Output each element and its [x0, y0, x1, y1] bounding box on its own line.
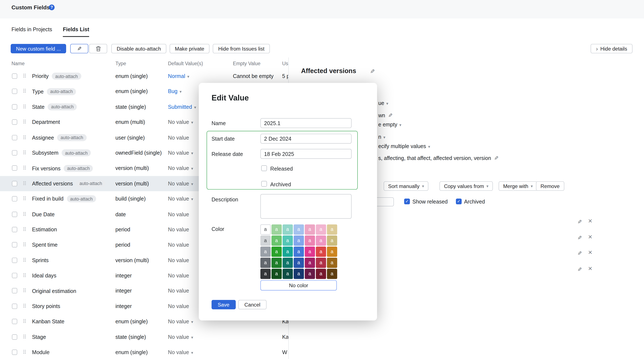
row-checkbox[interactable]	[12, 89, 17, 94]
row-checkbox[interactable]	[12, 273, 17, 278]
color-swatch[interactable]: a	[272, 224, 282, 234]
edit-value-pencil-icon[interactable]: ✎	[578, 235, 582, 241]
color-swatch[interactable]: a	[272, 247, 282, 257]
disable-auto-attach-button[interactable]: Disable auto-attach	[111, 44, 166, 53]
default-value-dropdown[interactable]: No value	[168, 299, 189, 314]
row-checkbox[interactable]	[12, 227, 17, 232]
archived-checkbox[interactable]: ✓	[456, 199, 462, 204]
row-checkbox[interactable]	[12, 258, 17, 263]
help-icon[interactable]: ?	[49, 4, 54, 10]
default-value-dropdown[interactable]: No value▾	[168, 114, 193, 130]
color-swatch[interactable]: a	[260, 224, 270, 234]
color-swatch[interactable]: a	[260, 236, 270, 246]
edit-value-pencil-icon[interactable]: ✎	[578, 250, 582, 256]
panel-action-remove[interactable]: Remove	[536, 181, 564, 191]
description-textarea[interactable]	[260, 194, 352, 219]
drag-handle-icon[interactable]: ⠿	[22, 191, 26, 206]
table-row[interactable]: ⠿ Module enum (single) No value▾ W	[0, 345, 312, 359]
default-value-dropdown[interactable]: No value▾	[168, 329, 193, 345]
color-swatch[interactable]: a	[260, 269, 270, 279]
drag-handle-icon[interactable]: ⠿	[22, 84, 26, 99]
drag-handle-icon[interactable]: ⠿	[22, 114, 26, 130]
color-swatch[interactable]: a	[316, 224, 326, 234]
default-value-dropdown[interactable]: No value	[168, 268, 189, 283]
row-checkbox[interactable]	[12, 196, 17, 201]
drag-handle-icon[interactable]: ⠿	[22, 69, 26, 84]
color-swatch[interactable]: a	[327, 269, 337, 279]
color-swatch[interactable]: a	[305, 247, 315, 257]
no-color-button[interactable]: No color	[260, 280, 337, 290]
panel-action-sort-manually[interactable]: Sort manually▾	[384, 181, 429, 191]
tab-fields-in-projects[interactable]: Fields in Projects	[12, 26, 52, 37]
default-value-dropdown[interactable]: No value	[168, 206, 189, 222]
color-swatch[interactable]: a	[327, 224, 337, 234]
color-swatch[interactable]: a	[272, 236, 282, 246]
color-swatch[interactable]: a	[294, 247, 304, 257]
color-swatch[interactable]: a	[327, 258, 337, 268]
color-swatch[interactable]: a	[282, 258, 292, 268]
color-swatch[interactable]: a	[305, 269, 315, 279]
color-swatch[interactable]: a	[327, 236, 337, 246]
drag-handle-icon[interactable]: ⠿	[22, 253, 26, 268]
color-swatch[interactable]: a	[260, 258, 270, 268]
color-swatch[interactable]: a	[282, 269, 292, 279]
drag-handle-icon[interactable]: ⠿	[22, 145, 26, 161]
table-row[interactable]: ⠿ Stage state (single) No value▾ Ka	[0, 329, 312, 345]
default-value-dropdown[interactable]: No value	[168, 253, 189, 268]
panel-action-copy-values-from[interactable]: Copy values from▾	[440, 181, 493, 191]
edit-value-pencil-icon[interactable]: ✎	[578, 266, 582, 272]
delete-field-button[interactable]	[89, 44, 107, 53]
drag-handle-icon[interactable]: ⠿	[22, 176, 26, 191]
default-value-dropdown[interactable]: No value▾	[168, 161, 193, 176]
drag-handle-icon[interactable]: ⠿	[22, 299, 26, 314]
released-checkbox[interactable]	[261, 165, 267, 171]
color-swatch[interactable]: a	[327, 247, 337, 257]
drag-handle-icon[interactable]: ⠿	[22, 314, 26, 329]
save-button[interactable]: Save	[212, 300, 236, 309]
drag-handle-icon[interactable]: ⠿	[22, 329, 26, 345]
color-swatch[interactable]: a	[272, 269, 282, 279]
default-value-dropdown[interactable]: Submitted▾	[168, 99, 196, 115]
color-swatch[interactable]: a	[316, 269, 326, 279]
remove-value-close-icon[interactable]: ×	[588, 266, 592, 272]
drag-handle-icon[interactable]: ⠿	[22, 345, 26, 359]
pencil-icon[interactable]: ✎	[494, 155, 498, 162]
default-value-dropdown[interactable]: No value	[168, 237, 189, 253]
default-value-dropdown[interactable]: No value▾	[168, 176, 193, 192]
hide-from-issues-button[interactable]: Hide from Issues list	[213, 44, 270, 53]
row-checkbox[interactable]	[12, 319, 17, 324]
default-value-dropdown[interactable]: No value▾	[168, 145, 193, 161]
edit-title-pencil-icon[interactable]: ✎	[370, 68, 375, 75]
cancel-button[interactable]: Cancel	[238, 300, 266, 309]
edit-value-pencil-icon[interactable]: ✎	[578, 219, 582, 225]
color-swatch[interactable]: a	[316, 236, 326, 246]
color-swatch[interactable]: a	[294, 224, 304, 234]
table-row[interactable]: ⠿ Priority auto-attach enum (single) Nor…	[0, 69, 312, 84]
default-value-dropdown[interactable]: No value	[168, 222, 189, 237]
drag-handle-icon[interactable]: ⠿	[22, 222, 26, 237]
color-swatch[interactable]: a	[316, 247, 326, 257]
start-date-input[interactable]	[260, 134, 352, 144]
make-private-button[interactable]: Make private	[170, 44, 210, 53]
archived-checkbox-dialog[interactable]	[261, 181, 267, 187]
drag-handle-icon[interactable]: ⠿	[22, 237, 26, 253]
drag-handle-icon[interactable]: ⠿	[22, 283, 26, 299]
color-swatch[interactable]: a	[282, 247, 292, 257]
row-checkbox[interactable]	[12, 104, 17, 109]
remove-value-close-icon[interactable]: ×	[588, 234, 592, 240]
color-swatch[interactable]: a	[282, 236, 292, 246]
show-released-checkbox[interactable]: ✓	[404, 199, 410, 204]
edit-field-button[interactable]: ✎	[70, 44, 88, 53]
color-swatch[interactable]: a	[305, 258, 315, 268]
row-checkbox[interactable]	[12, 242, 17, 248]
default-value-dropdown[interactable]: Normal▾	[168, 69, 189, 84]
row-checkbox[interactable]	[12, 350, 17, 355]
default-value-dropdown[interactable]: No value	[168, 130, 189, 145]
color-swatch[interactable]: a	[294, 269, 304, 279]
row-checkbox[interactable]	[12, 212, 17, 217]
default-value-dropdown[interactable]: Bug▾	[168, 84, 182, 100]
tab-fields-list[interactable]: Fields List	[63, 26, 89, 37]
drag-handle-icon[interactable]: ⠿	[22, 130, 26, 145]
remove-value-close-icon[interactable]: ×	[588, 218, 592, 224]
color-swatch[interactable]: a	[282, 224, 292, 234]
